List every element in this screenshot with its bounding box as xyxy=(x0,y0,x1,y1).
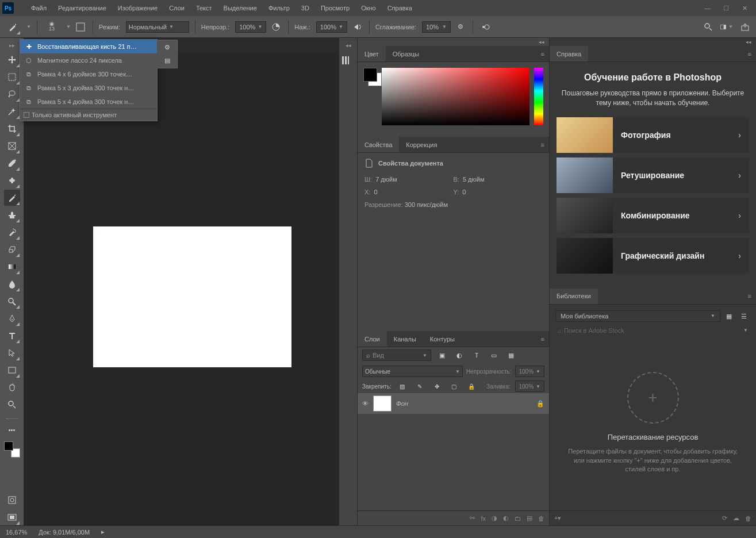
menu-select[interactable]: Выделение xyxy=(218,0,263,16)
blend-mode-dropdown[interactable]: Нормальный▼ xyxy=(126,21,189,33)
canvas-viewport[interactable] xyxy=(24,54,339,525)
learn-item-photography[interactable]: Фотография› xyxy=(557,117,749,153)
preset-item[interactable]: ✚Восстанавливающая кисть 21 п… xyxy=(20,40,157,53)
path-selection-tool[interactable] xyxy=(4,345,20,361)
filter-image-icon[interactable]: ▣ xyxy=(436,349,448,362)
tab-help[interactable]: Справка xyxy=(550,46,588,62)
fg-color-swatch[interactable] xyxy=(363,68,377,82)
active-tool-only-checkbox[interactable] xyxy=(24,112,29,118)
lock-paint-icon[interactable]: ✎ xyxy=(413,380,426,393)
screen-mode-toggle[interactable] xyxy=(4,509,20,525)
visibility-toggle-icon[interactable]: 👁 xyxy=(362,400,369,407)
menu-edit[interactable]: Редактирование xyxy=(52,0,112,16)
tab-color[interactable]: Цвет xyxy=(358,46,386,62)
move-tool[interactable] xyxy=(4,52,20,68)
delete-icon[interactable]: 🗑 xyxy=(745,515,751,522)
learn-item-retouching[interactable]: Ретуширование› xyxy=(557,157,749,193)
frame-tool[interactable] xyxy=(4,138,20,154)
smoothing-options-icon[interactable]: ⚙ xyxy=(454,21,467,33)
pen-tool[interactable] xyxy=(4,310,20,326)
pressure-opacity-icon[interactable] xyxy=(270,21,282,33)
collapse-arrows-icon[interactable]: ◂◂ xyxy=(358,38,549,46)
grid-view-icon[interactable]: ▦ xyxy=(723,310,735,323)
layer-thumbnail[interactable] xyxy=(373,395,392,412)
lock-position-icon[interactable]: ✥ xyxy=(431,380,443,393)
magic-wand-tool[interactable] xyxy=(4,103,20,120)
eraser-tool[interactable] xyxy=(4,241,20,258)
tab-adjustments[interactable]: Коррекция xyxy=(399,137,444,152)
layer-opacity-field[interactable]: 100%▼ xyxy=(515,366,545,377)
filter-shape-icon[interactable]: ▭ xyxy=(488,349,500,362)
cloud-icon[interactable]: ☁ xyxy=(733,514,739,522)
filter-adjust-icon[interactable]: ◐ xyxy=(453,349,466,362)
quick-mask-toggle[interactable] xyxy=(4,492,20,508)
tab-swatches[interactable]: Образцы xyxy=(386,46,426,62)
panel-menu-icon[interactable]: ≡ xyxy=(536,46,549,62)
hand-tool[interactable] xyxy=(4,379,20,395)
library-search[interactable]: ⌕ Поиск в Adobe Stock ▼ xyxy=(555,325,750,336)
library-dropdown[interactable]: Моя библиотека▼ xyxy=(555,310,720,322)
tab-channels[interactable]: Каналы xyxy=(387,331,423,347)
lasso-tool[interactable] xyxy=(4,86,20,102)
preset-item[interactable]: ⧉Рамка 5 x 3 дюйма 300 точек н… xyxy=(20,81,157,95)
eyedropper-tool[interactable] xyxy=(4,155,20,171)
menu-file[interactable]: Файл xyxy=(25,0,52,16)
brush-settings-icon[interactable] xyxy=(339,54,352,67)
library-drop-area[interactable]: + Перетаскивание ресурсов Перетащите фай… xyxy=(555,341,750,505)
new-group-icon[interactable]: 🗀 xyxy=(515,515,521,522)
share-icon[interactable] xyxy=(739,21,751,33)
zoom-tool[interactable] xyxy=(4,397,20,413)
pressure-size-icon[interactable] xyxy=(479,21,492,33)
preset-item[interactable]: ⬡Магнитное лассо 24 пиксела xyxy=(20,53,157,67)
preset-item[interactable]: ⧉Рамка 5 x 4 дюйма 300 точек н… xyxy=(20,95,157,109)
sync-icon[interactable]: ⟳ xyxy=(722,514,727,522)
brush-panel-toggle[interactable] xyxy=(74,21,87,33)
smoothing-field[interactable]: 10%▼ xyxy=(422,21,451,33)
tab-libraries[interactable]: Библиотеки xyxy=(550,289,598,304)
layer-filter-dropdown[interactable]: ⌕ Вид ▼ xyxy=(362,349,431,361)
link-layers-icon[interactable]: ⚯ xyxy=(470,514,475,522)
menu-3d[interactable]: 3D xyxy=(296,0,315,16)
tab-properties[interactable]: Свойства xyxy=(358,137,399,152)
filter-text-icon[interactable]: T xyxy=(470,349,483,362)
layer-fill-field[interactable]: 100%▼ xyxy=(515,381,545,392)
edit-toolbar-button[interactable]: ••• xyxy=(4,422,20,438)
minimize-button[interactable]: — xyxy=(699,2,717,14)
menu-layers[interactable]: Слои xyxy=(163,0,190,16)
panel-menu-icon[interactable]: ≡ xyxy=(743,289,756,304)
search-icon[interactable] xyxy=(702,21,715,33)
chevron-down-icon[interactable]: ▼ xyxy=(66,24,71,29)
new-layer-icon[interactable]: ▤ xyxy=(527,514,532,522)
lock-transparency-icon[interactable]: ▨ xyxy=(396,380,409,393)
status-menu-icon[interactable]: ▸ xyxy=(101,528,105,536)
menu-filter[interactable]: Фильтр xyxy=(263,0,296,16)
gear-icon[interactable]: ⚙ xyxy=(164,44,170,51)
tab-layers[interactable]: Слои xyxy=(358,331,387,347)
panel-menu-icon[interactable]: ≡ xyxy=(743,46,756,62)
panel-menu-icon[interactable]: ≡ xyxy=(536,137,549,152)
opacity-field[interactable]: 100%▼ xyxy=(235,21,266,33)
learn-item-graphic-design[interactable]: Графический дизайн› xyxy=(557,238,749,274)
tool-preset-picker[interactable] xyxy=(5,19,21,35)
doc-size[interactable]: Док: 9,01M/6,00M xyxy=(39,529,90,536)
layer-mask-icon[interactable]: ◑ xyxy=(492,514,497,522)
blur-tool[interactable] xyxy=(4,276,20,292)
marquee-tool[interactable] xyxy=(4,69,20,85)
menu-view[interactable]: Просмотр xyxy=(315,0,355,16)
layer-name[interactable]: Фон xyxy=(396,400,408,407)
flow-field[interactable]: 100%▼ xyxy=(316,21,347,33)
panel-menu-icon[interactable]: ≡ xyxy=(536,331,549,347)
collapse-arrows-icon[interactable]: ◂◂ xyxy=(550,38,756,46)
menu-window[interactable]: Окно xyxy=(355,0,382,16)
menu-text[interactable]: Текст xyxy=(190,0,218,16)
preset-item[interactable]: ⧉Рамка 4 x 6 дюймов 300 точек… xyxy=(20,67,157,81)
filter-smart-icon[interactable]: ▦ xyxy=(505,349,517,362)
crop-tool[interactable] xyxy=(4,121,20,137)
tab-paths[interactable]: Контуры xyxy=(423,331,462,347)
zoom-level[interactable]: 16,67% xyxy=(6,529,27,536)
add-asset-icon[interactable]: +▾ xyxy=(554,514,561,522)
lock-all-icon[interactable]: 🔒 xyxy=(465,380,478,393)
new-preset-icon[interactable]: ▤ xyxy=(164,57,170,64)
healing-brush-tool[interactable] xyxy=(4,172,20,189)
delete-layer-icon[interactable]: 🗑 xyxy=(538,515,544,522)
